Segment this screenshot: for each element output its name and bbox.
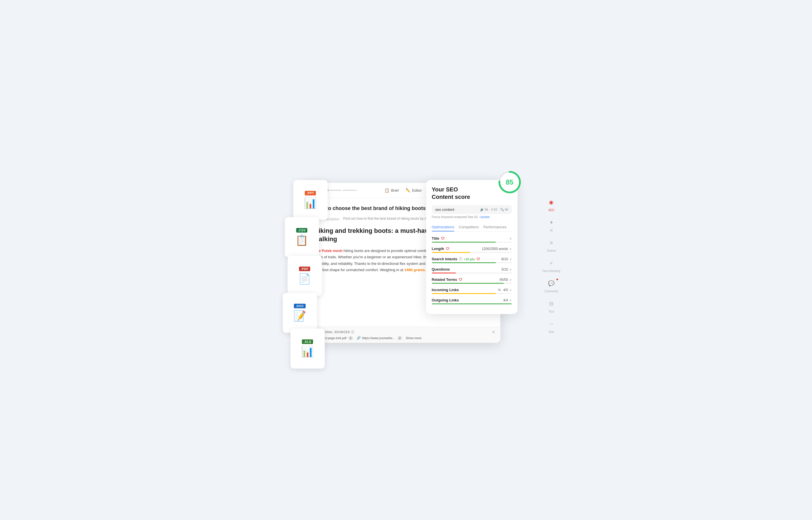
metric-il-value: ↻ 4/5 ∨ bbox=[498, 288, 512, 292]
pdf-icon: 📄 bbox=[298, 273, 311, 285]
keyword-position: # #2 bbox=[491, 208, 497, 211]
rt-bar-fill bbox=[432, 283, 504, 284]
tour-label: Tour bbox=[549, 310, 554, 313]
metric-rt-value: 45/50 ∨ bbox=[499, 278, 512, 282]
file-card-ppt: .PPT 📊 bbox=[293, 180, 328, 220]
metric-outgoing-links: Outgoing Links 4/4 ∨ bbox=[432, 298, 512, 304]
tour-icon: ⊟ bbox=[546, 298, 557, 309]
size-icon: ↔ bbox=[546, 319, 557, 329]
rt-bar-track bbox=[432, 283, 512, 284]
ai-label: AI bbox=[550, 229, 553, 232]
ppt-icon: 📊 bbox=[304, 197, 317, 209]
metric-q-header: Questions 3/10 ∨ bbox=[432, 267, 512, 271]
file-card-csv: .CSV 📋 bbox=[285, 217, 319, 257]
il-bar-fill bbox=[432, 293, 496, 294]
source-badge-2: 2 bbox=[397, 336, 402, 340]
metric-length-name: Length 🛡 bbox=[432, 246, 449, 251]
progress-bar-2 bbox=[330, 190, 342, 191]
sidebar-item-ai[interactable]: ✦ AI bbox=[546, 217, 557, 232]
metric-si-name: Search Intents ⓘ +15 pts 🛡 bbox=[432, 257, 480, 261]
metric-title-name: Title 🛡 bbox=[432, 236, 445, 240]
metric-search-intents: Search Intents ⓘ +15 pts 🛡 8/10 ∨ bbox=[432, 257, 512, 263]
file-card-doc: .DOC 📝 bbox=[283, 293, 317, 333]
title-chevron[interactable]: ∨ bbox=[509, 237, 512, 240]
seo-score-circle: 85 bbox=[497, 170, 522, 194]
tab-editor[interactable]: ✏️ Editor bbox=[406, 187, 422, 194]
sources-close-button[interactable]: ✕ bbox=[491, 330, 496, 334]
keyword-text: seo content bbox=[435, 207, 454, 212]
metric-ol-name: Outgoing Links bbox=[432, 298, 459, 302]
size-label: Size bbox=[549, 330, 554, 333]
outline-label: Outline bbox=[547, 249, 556, 252]
xls-icon: 📊 bbox=[301, 346, 314, 358]
show-more-button[interactable]: Show more bbox=[406, 336, 422, 340]
si-pts: +15 pts bbox=[464, 257, 475, 261]
sidebar-item-fact-checking[interactable]: ✓ Fact-checking bbox=[542, 258, 560, 272]
metric-rt-name: Related Terms 🛡 bbox=[432, 278, 462, 282]
csv-badge: .CSV bbox=[296, 228, 307, 233]
keyword-stats: 🔊 6k # #2 🔍 6k bbox=[480, 208, 508, 211]
tab-competitors[interactable]: Competitors bbox=[459, 223, 479, 231]
metric-ol-value: 4/4 ∨ bbox=[503, 298, 512, 302]
metric-title-header: Title 🛡 ∨ bbox=[432, 236, 512, 240]
source-badge-1: 1 bbox=[348, 336, 353, 340]
tab-optimizations[interactable]: Optimizations bbox=[432, 223, 454, 231]
si-chevron[interactable]: ∨ bbox=[509, 257, 512, 261]
pdf-badge: .PDF bbox=[299, 266, 310, 271]
sidebar-item-size[interactable]: ↔ Size bbox=[546, 319, 557, 333]
file-card-xls: .XLS 📊 bbox=[291, 329, 325, 369]
metric-rt-header: Related Terms 🛡 45/50 ∨ bbox=[432, 278, 512, 282]
tab-performances[interactable]: Performances bbox=[483, 223, 506, 231]
si-bar-track bbox=[432, 262, 512, 263]
update-link[interactable]: Update bbox=[480, 215, 490, 218]
metric-length-header: Length 🛡 1200/2500 words ∨ bbox=[432, 246, 512, 251]
metric-related-terms: Related Terms 🛡 45/50 ∨ bbox=[432, 278, 512, 284]
metric-title: Title 🛡 ∨ bbox=[432, 236, 512, 242]
si-info-icon[interactable]: ⓘ bbox=[459, 257, 462, 261]
si-shield-icon: 🛡 bbox=[477, 257, 480, 261]
metric-si-header: Search Intents ⓘ +15 pts 🛡 8/10 ∨ bbox=[432, 257, 512, 261]
q-bar-track bbox=[432, 272, 512, 274]
xls-badge: .XLS bbox=[302, 339, 313, 344]
sidebar-item-outline[interactable]: ≡ Outline bbox=[546, 238, 557, 252]
rt-chevron[interactable]: ∨ bbox=[509, 278, 512, 282]
sidebar-item-tour[interactable]: ⊟ Tour bbox=[546, 298, 557, 313]
il-chevron[interactable]: ∨ bbox=[509, 288, 512, 292]
source-file-2: 🔗 https://www.yourwebs… 2 bbox=[356, 336, 402, 340]
comments-notification-dot bbox=[556, 278, 558, 281]
length-chevron[interactable]: ∨ bbox=[509, 247, 512, 251]
highlight-orange: 1480 grams… bbox=[404, 268, 429, 272]
sources-header: 8 ADDITIONAL SOURCES ⓘ ✕ bbox=[311, 330, 496, 334]
doc-badge: .DOC bbox=[294, 304, 306, 308]
tab-brief[interactable]: 📋 Brief bbox=[384, 187, 399, 194]
ol-chevron[interactable]: ∨ bbox=[509, 298, 512, 302]
title-shield-icon: 🛡 bbox=[441, 237, 444, 240]
metrics-list: Title 🛡 ∨ Length 🛡 1200/250 bbox=[432, 236, 512, 304]
fact-checking-icon: ✓ bbox=[546, 258, 557, 268]
opt-tabs: Optimizations Competitors Performances bbox=[432, 223, 512, 232]
rt-shield-icon: 🛡 bbox=[459, 278, 462, 282]
length-bar-track bbox=[432, 252, 512, 253]
sources-files: 📄 Product-page-trek.pdf 1 🔗 https://www.… bbox=[311, 336, 496, 340]
metric-questions: Questions 3/10 ∨ bbox=[432, 267, 512, 274]
sources-info-icon[interactable]: ⓘ bbox=[351, 330, 354, 334]
seo-label: SEO bbox=[548, 209, 554, 212]
seo-score-value: 85 bbox=[506, 178, 514, 186]
sources-bar: 8 ADDITIONAL SOURCES ⓘ ✕ 📄 Product-page-… bbox=[306, 327, 500, 343]
source-link-icon: 🔗 bbox=[356, 336, 361, 340]
title-bar-track bbox=[432, 242, 512, 242]
file-card-pdf: .PDF 📄 bbox=[288, 256, 322, 296]
q-chevron[interactable]: ∨ bbox=[509, 267, 512, 271]
sidebar-item-comments[interactable]: 💬 Comments bbox=[544, 278, 558, 293]
right-sidebar: ◉ SEO ✦ AI ≡ Outline ✓ Fact-checking 💬 C… bbox=[542, 197, 560, 333]
ol-bar-fill bbox=[432, 304, 512, 304]
il-icon: ↻ bbox=[498, 288, 501, 292]
ai-icon: ✦ bbox=[546, 217, 557, 228]
doc-icon: 📝 bbox=[293, 310, 306, 322]
title-bar-fill bbox=[432, 242, 496, 242]
length-bar-fill bbox=[432, 252, 470, 253]
metric-il-name: Incoming Links bbox=[432, 288, 459, 292]
brief-icon: 📋 bbox=[384, 188, 389, 192]
focus-keyword-line: Focus Keyword analyzed Sep 02. Update bbox=[432, 215, 512, 218]
sidebar-item-seo[interactable]: ◉ SEO bbox=[546, 197, 557, 212]
